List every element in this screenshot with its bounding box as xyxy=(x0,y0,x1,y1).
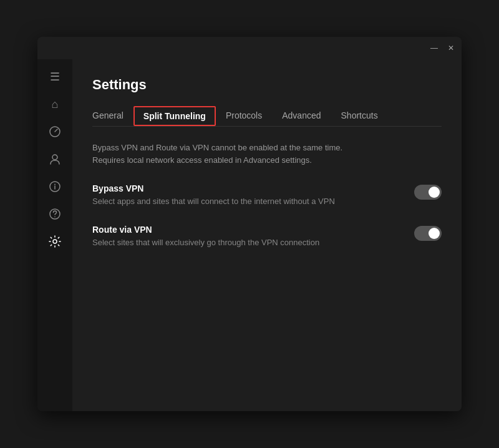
route-via-vpn-row: Route via VPN Select sites that will exc… xyxy=(92,225,442,248)
route-via-vpn-toggle[interactable] xyxy=(414,226,442,241)
bypass-vpn-thumb xyxy=(429,187,440,198)
home-icon: ⌂ xyxy=(52,98,59,111)
menu-icon: ☰ xyxy=(50,70,60,84)
tab-shortcuts[interactable]: Shortcuts xyxy=(331,105,388,127)
route-via-vpn-toggle-container xyxy=(414,226,442,241)
settings-icon xyxy=(49,235,61,248)
page-title: Settings xyxy=(92,77,442,93)
bypass-vpn-title: Bypass VPN xyxy=(92,183,399,193)
close-button[interactable]: ✕ xyxy=(448,44,454,52)
route-via-vpn-title: Route via VPN xyxy=(92,225,399,235)
app-window: — ✕ ☰ ⌂ xyxy=(37,37,462,411)
bypass-vpn-toggle-container xyxy=(414,185,442,200)
svg-point-6 xyxy=(54,217,56,218)
main-content: Settings General Split Tunneling Protoco… xyxy=(72,59,462,411)
tabs-container: General Split Tunneling Protocols Advanc… xyxy=(92,105,442,127)
svg-point-4 xyxy=(54,184,56,185)
sidebar: ☰ ⌂ xyxy=(37,59,72,411)
tab-general[interactable]: General xyxy=(92,105,133,127)
content-area: ☰ ⌂ xyxy=(37,59,462,411)
sidebar-item-speed[interactable] xyxy=(42,119,67,144)
tab-protocols[interactable]: Protocols xyxy=(216,105,272,127)
bypass-vpn-desc: Select apps and sites that will connect … xyxy=(92,196,399,207)
sidebar-item-menu[interactable]: ☰ xyxy=(42,64,67,89)
sidebar-item-home[interactable]: ⌂ xyxy=(42,92,67,117)
tab-advanced[interactable]: Advanced xyxy=(272,105,331,127)
title-bar-controls: — ✕ xyxy=(430,44,454,52)
speed-icon xyxy=(49,125,61,138)
title-bar: — ✕ xyxy=(37,37,462,59)
route-via-vpn-info: Route via VPN Select sites that will exc… xyxy=(92,225,414,248)
bypass-vpn-track xyxy=(414,185,442,200)
sidebar-item-info[interactable] xyxy=(42,174,67,199)
account-icon xyxy=(49,153,61,165)
info-icon xyxy=(49,180,61,193)
svg-point-7 xyxy=(53,240,57,243)
route-via-vpn-desc: Select sites that will exclusively go th… xyxy=(92,237,399,248)
bypass-vpn-toggle[interactable] xyxy=(414,185,442,200)
svg-point-1 xyxy=(52,155,57,160)
bypass-vpn-row: Bypass VPN Select apps and sites that wi… xyxy=(92,183,442,207)
minimize-button[interactable]: — xyxy=(430,44,438,52)
sidebar-item-settings[interactable] xyxy=(42,229,67,254)
sidebar-item-account[interactable] xyxy=(42,147,67,172)
route-via-vpn-thumb xyxy=(429,228,440,239)
help-icon xyxy=(49,208,61,220)
tab-split-tunneling[interactable]: Split Tunneling xyxy=(133,106,216,126)
sidebar-item-help[interactable] xyxy=(42,202,67,226)
info-text: Bypass VPN and Route via VPN cannot be e… xyxy=(92,142,442,166)
bypass-vpn-info: Bypass VPN Select apps and sites that wi… xyxy=(92,183,414,207)
route-via-vpn-track xyxy=(414,226,442,241)
